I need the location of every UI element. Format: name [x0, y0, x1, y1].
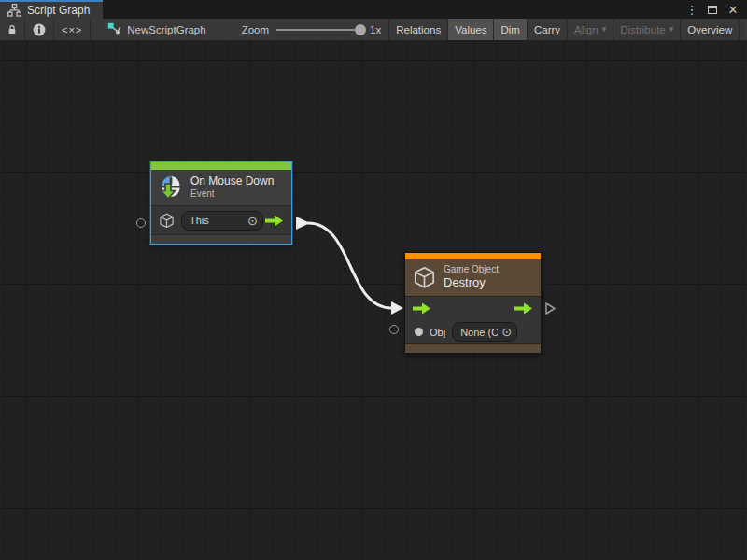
flow-input-port[interactable] [413, 302, 431, 315]
node-title: Destroy [444, 275, 499, 290]
flow-output-port[interactable] [514, 302, 533, 315]
dropdown-distribute-label: Distribute [620, 24, 666, 35]
value-input-port-icon[interactable] [415, 328, 423, 336]
node-footer [405, 343, 541, 353]
target-value: This [190, 215, 244, 226]
zoom-slider[interactable] [276, 29, 360, 31]
window-controls: ⋮ ✕ [684, 0, 747, 19]
toggle-values[interactable]: Values [448, 19, 494, 40]
inspect-button[interactable] [25, 19, 54, 40]
toggle-carry[interactable]: Carry [528, 19, 568, 40]
window-menu-icon[interactable]: ⋮ [684, 1, 700, 18]
obj-value: None (O [460, 327, 498, 338]
dropdown-align-label: Align [574, 24, 599, 35]
node-header: On Mouse Down Event [151, 170, 291, 206]
toggle-values-label: Values [455, 24, 486, 35]
graph-picker[interactable]: NewScriptGraph [91, 19, 215, 40]
green-arrow-icon [514, 302, 533, 315]
script-graph-window: Script Graph ⋮ ✕ <×> [0, 0, 747, 560]
unit-accent-strip [405, 253, 541, 259]
obj-input-field[interactable]: None (O ⊙ [452, 322, 517, 342]
toggle-relations-label: Relations [396, 24, 441, 35]
chevron-down-icon: ▾ [669, 25, 674, 34]
object-picker-icon[interactable]: ⊙ [501, 325, 512, 339]
button-overview[interactable]: Overview [681, 19, 740, 40]
target-input-field[interactable]: This ⊙ [181, 211, 263, 231]
button-fullscreen[interactable]: Full S [740, 19, 747, 40]
graph-toolbar: <×> NewScriptGraph Zoom 1x Relations Val… [0, 19, 747, 41]
flow-connection [0, 41, 747, 560]
object-picker-icon[interactable]: ⊙ [247, 214, 258, 228]
node-supertitle: Game Object [444, 264, 499, 275]
zoom-value: 1x [370, 24, 381, 35]
event-accent-strip [151, 162, 291, 170]
connection-start-arrow-icon [296, 217, 310, 230]
gameobject-cube-icon [159, 213, 175, 229]
button-overview-label: Overview [687, 24, 732, 35]
obj-port-label: Obj [430, 327, 445, 338]
toggle-dim-label: Dim [500, 24, 519, 35]
green-arrow-icon [413, 302, 431, 315]
zoom-label: Zoom [242, 24, 269, 35]
tab-bar: Script Graph ⋮ ✕ [0, 0, 747, 19]
toggle-relations[interactable]: Relations [389, 19, 448, 40]
node-body: This ⊙ [151, 206, 291, 234]
tab-title: Script Graph [27, 4, 90, 17]
code-icon: <×> [62, 24, 82, 35]
flow-continuation-port-icon[interactable] [544, 301, 557, 315]
graph-hierarchy-icon [7, 4, 21, 17]
node-footer [151, 234, 291, 244]
node-on-mouse-down[interactable]: On Mouse Down Event This ⊙ [150, 161, 292, 245]
dropdown-align[interactable]: Align ▾ [568, 19, 613, 40]
dropdown-distribute[interactable]: Distribute ▾ [613, 19, 681, 40]
toggle-dim[interactable]: Dim [494, 19, 527, 40]
lock-button[interactable] [0, 19, 25, 40]
zoom-control: Zoom 1x [242, 19, 390, 40]
node-body: Obj None (O ⊙ [405, 297, 541, 343]
destroy-obj-port-icon[interactable] [389, 325, 399, 334]
code-view-button[interactable]: <×> [54, 19, 91, 40]
chevron-down-icon: ▾ [602, 25, 607, 34]
graph-name-label: NewScriptGraph [127, 24, 205, 35]
green-arrow-icon [265, 215, 284, 227]
mouse-down-icon [159, 175, 183, 200]
maximize-glyph [708, 6, 717, 14]
node-header: Game Object Destroy [405, 259, 541, 297]
close-icon[interactable]: ✕ [725, 1, 741, 18]
zoom-slider-thumb[interactable] [355, 24, 366, 35]
event-target-port-icon[interactable] [136, 218, 146, 228]
graph-asset-icon [107, 22, 121, 36]
graph-canvas[interactable]: On Mouse Down Event This ⊙ [0, 41, 747, 560]
gameobject-cube-icon [413, 266, 436, 289]
node-title: On Mouse Down [190, 175, 274, 189]
info-icon [33, 23, 46, 36]
lock-icon [7, 23, 17, 35]
node-destroy[interactable]: Game Object Destroy [404, 252, 542, 354]
tab-script-graph[interactable]: Script Graph [0, 0, 103, 19]
maximize-icon[interactable] [704, 1, 721, 18]
node-subtitle: Event [190, 189, 274, 200]
toggle-carry-label: Carry [534, 24, 560, 35]
flow-output-port[interactable] [265, 215, 284, 227]
connection-end-arrow-icon [391, 301, 403, 315]
